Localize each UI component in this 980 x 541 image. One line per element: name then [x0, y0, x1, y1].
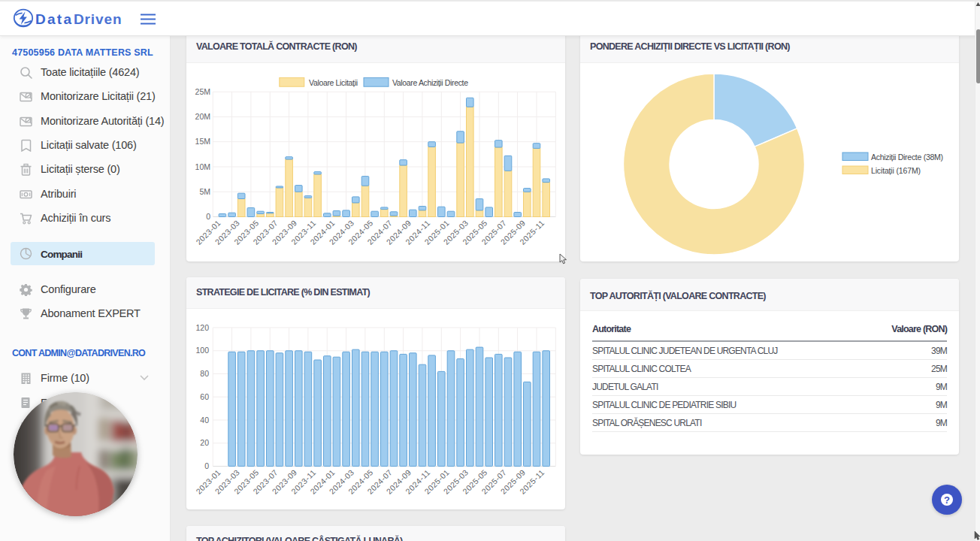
svg-text:15M: 15M [195, 137, 210, 146]
svg-text:120: 120 [195, 323, 209, 332]
svg-text:Data: Data [35, 11, 72, 27]
svg-text:60: 60 [200, 392, 209, 401]
svg-text:40: 40 [200, 416, 209, 425]
svg-text:5M: 5M [199, 187, 210, 196]
svg-text:10M: 10M [195, 162, 210, 171]
svg-text:Licitații (167M): Licitații (167M) [871, 166, 921, 175]
svg-text:Achiziții Directe (38M): Achiziții Directe (38M) [871, 153, 943, 162]
svg-text:0: 0 [204, 461, 209, 470]
svg-text:0: 0 [206, 212, 210, 221]
svg-text:Driven: Driven [74, 11, 122, 27]
svg-text:20: 20 [200, 438, 209, 447]
svg-text:Valoare Licitații: Valoare Licitații [309, 78, 358, 87]
svg-text:Valoare Achiziții Directe: Valoare Achiziții Directe [392, 78, 468, 87]
svg-text:100: 100 [195, 346, 209, 355]
svg-text:20M: 20M [195, 112, 210, 121]
svg-text:80: 80 [200, 369, 209, 378]
svg-text:25M: 25M [195, 87, 210, 96]
